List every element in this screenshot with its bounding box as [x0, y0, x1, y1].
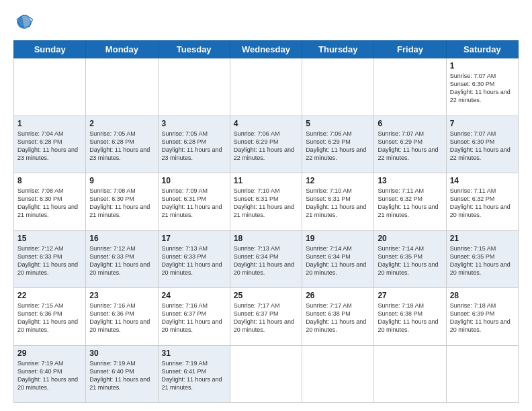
day-info: Sunrise: 7:07 AMSunset: 6:30 PMDaylight:…: [450, 72, 515, 105]
page: SundayMondayTuesdayWednesdayThursdayFrid…: [0, 0, 532, 411]
logo: [13, 12, 34, 34]
calendar-cell: 14 Sunrise: 7:11 AMSunset: 6:32 PMDaylig…: [446, 173, 518, 231]
calendar-cell: [230, 345, 302, 403]
day-info: Sunrise: 7:12 AMSunset: 6:33 PMDaylight:…: [17, 244, 82, 277]
calendar-cell: 23 Sunrise: 7:16 AMSunset: 6:36 PMDaylig…: [86, 288, 158, 346]
weekday-header: Monday: [86, 41, 158, 58]
day-info: Sunrise: 7:19 AMSunset: 6:40 PMDaylight:…: [17, 359, 82, 392]
calendar-cell: 19 Sunrise: 7:14 AMSunset: 6:34 PMDaylig…: [302, 230, 374, 288]
day-info: Sunrise: 7:06 AMSunset: 6:29 PMDaylight:…: [306, 130, 370, 163]
day-info: Sunrise: 7:08 AMSunset: 6:30 PMDaylight:…: [17, 187, 82, 220]
calendar-cell: 6 Sunrise: 7:07 AMSunset: 6:29 PMDayligh…: [374, 116, 446, 173]
day-number: 21: [450, 234, 515, 243]
calendar-cell: 7 Sunrise: 7:07 AMSunset: 6:30 PMDayligh…: [446, 116, 518, 173]
calendar-cell: 10 Sunrise: 7:09 AMSunset: 6:31 PMDaylig…: [158, 173, 230, 231]
calendar-cell: 31 Sunrise: 7:19 AMSunset: 6:41 PMDaylig…: [158, 345, 230, 403]
day-info: Sunrise: 7:09 AMSunset: 6:31 PMDaylight:…: [162, 187, 226, 220]
day-number: 30: [89, 349, 154, 358]
day-number: 5: [306, 119, 370, 128]
weekday-header: Friday: [374, 41, 446, 58]
day-info: Sunrise: 7:13 AMSunset: 6:33 PMDaylight:…: [162, 244, 226, 277]
day-number: 1: [450, 61, 515, 71]
weekday-header: Wednesday: [230, 41, 302, 58]
calendar-cell: 4 Sunrise: 7:06 AMSunset: 6:29 PMDayligh…: [230, 116, 302, 173]
day-number: 26: [306, 291, 370, 300]
day-info: Sunrise: 7:10 AMSunset: 6:31 PMDaylight:…: [306, 187, 370, 220]
calendar-cell: 11 Sunrise: 7:10 AMSunset: 6:31 PMDaylig…: [230, 173, 302, 231]
calendar-cell: 30 Sunrise: 7:19 AMSunset: 6:40 PMDaylig…: [86, 345, 158, 403]
day-number: 13: [378, 176, 442, 185]
calendar-cell: [302, 345, 374, 403]
calendar-cell: 27 Sunrise: 7:18 AMSunset: 6:38 PMDaylig…: [374, 288, 446, 346]
calendar-cell: 12 Sunrise: 7:10 AMSunset: 6:31 PMDaylig…: [302, 173, 374, 231]
day-info: Sunrise: 7:14 AMSunset: 6:34 PMDaylight:…: [306, 244, 370, 277]
day-info: Sunrise: 7:14 AMSunset: 6:35 PMDaylight:…: [378, 244, 442, 277]
day-info: Sunrise: 7:04 AMSunset: 6:28 PMDaylight:…: [17, 130, 82, 163]
calendar-cell: [374, 58, 446, 116]
day-info: Sunrise: 7:07 AMSunset: 6:30 PMDaylight:…: [450, 130, 515, 163]
calendar-cell: 22 Sunrise: 7:15 AMSunset: 6:36 PMDaylig…: [14, 288, 86, 346]
day-info: Sunrise: 7:07 AMSunset: 6:29 PMDaylight:…: [378, 130, 442, 163]
day-info: Sunrise: 7:05 AMSunset: 6:28 PMDaylight:…: [162, 130, 226, 163]
day-info: Sunrise: 7:16 AMSunset: 6:37 PMDaylight:…: [162, 302, 226, 334]
calendar-cell: 24 Sunrise: 7:16 AMSunset: 6:37 PMDaylig…: [158, 288, 230, 346]
day-info: Sunrise: 7:11 AMSunset: 6:32 PMDaylight:…: [450, 187, 515, 220]
day-info: Sunrise: 7:17 AMSunset: 6:37 PMDaylight:…: [234, 302, 298, 334]
calendar-cell: 3 Sunrise: 7:05 AMSunset: 6:28 PMDayligh…: [158, 116, 230, 173]
day-number: 9: [89, 176, 154, 185]
day-number: 14: [450, 176, 515, 185]
calendar-cell: 18 Sunrise: 7:13 AMSunset: 6:34 PMDaylig…: [230, 230, 302, 288]
calendar-cell: [158, 58, 230, 116]
calendar-cell: [14, 58, 86, 116]
day-number: 2: [89, 119, 154, 128]
calendar-cell: [86, 58, 158, 116]
day-number: 6: [378, 119, 442, 128]
day-info: Sunrise: 7:18 AMSunset: 6:38 PMDaylight:…: [378, 302, 442, 334]
day-number: 10: [162, 176, 226, 185]
day-number: 7: [450, 119, 515, 128]
calendar-cell: 16 Sunrise: 7:12 AMSunset: 6:33 PMDaylig…: [86, 230, 158, 288]
day-number: 18: [234, 234, 298, 243]
day-info: Sunrise: 7:15 AMSunset: 6:36 PMDaylight:…: [17, 302, 82, 334]
day-info: Sunrise: 7:16 AMSunset: 6:36 PMDaylight:…: [89, 302, 154, 334]
day-info: Sunrise: 7:13 AMSunset: 6:34 PMDaylight:…: [234, 244, 298, 277]
day-number: 23: [89, 291, 154, 300]
day-number: 16: [89, 234, 154, 243]
calendar-cell: 1 Sunrise: 7:07 AMSunset: 6:30 PMDayligh…: [446, 58, 518, 116]
day-number: 15: [17, 234, 82, 243]
weekday-header: Thursday: [302, 41, 374, 58]
weekday-header: Sunday: [14, 41, 86, 58]
calendar-cell: [302, 58, 374, 116]
day-info: Sunrise: 7:15 AMSunset: 6:35 PMDaylight:…: [450, 244, 515, 277]
calendar-cell: 25 Sunrise: 7:17 AMSunset: 6:37 PMDaylig…: [230, 288, 302, 346]
calendar-cell: 21 Sunrise: 7:15 AMSunset: 6:35 PMDaylig…: [446, 230, 518, 288]
day-number: 28: [450, 291, 515, 300]
calendar-cell: 2 Sunrise: 7:05 AMSunset: 6:28 PMDayligh…: [86, 116, 158, 173]
calendar-cell: 26 Sunrise: 7:17 AMSunset: 6:38 PMDaylig…: [302, 288, 374, 346]
day-info: Sunrise: 7:10 AMSunset: 6:31 PMDaylight:…: [234, 187, 298, 220]
calendar-cell: [446, 345, 518, 403]
day-number: 11: [234, 176, 298, 185]
calendar-cell: 13 Sunrise: 7:11 AMSunset: 6:32 PMDaylig…: [374, 173, 446, 231]
calendar-cell: 15 Sunrise: 7:12 AMSunset: 6:33 PMDaylig…: [14, 230, 86, 288]
day-info: Sunrise: 7:11 AMSunset: 6:32 PMDaylight:…: [378, 187, 442, 220]
day-number: 31: [162, 349, 226, 358]
day-number: 3: [162, 119, 226, 128]
day-info: Sunrise: 7:17 AMSunset: 6:38 PMDaylight:…: [306, 302, 370, 334]
calendar-cell: 9 Sunrise: 7:08 AMSunset: 6:30 PMDayligh…: [86, 173, 158, 231]
day-number: 4: [234, 119, 298, 128]
day-number: 12: [306, 176, 370, 185]
calendar-cell: [230, 58, 302, 116]
day-info: Sunrise: 7:19 AMSunset: 6:41 PMDaylight:…: [162, 359, 226, 392]
day-number: 1: [17, 119, 82, 128]
day-info: Sunrise: 7:08 AMSunset: 6:30 PMDaylight:…: [89, 187, 154, 220]
calendar-cell: [374, 345, 446, 403]
day-number: 19: [306, 234, 370, 243]
calendar-cell: 5 Sunrise: 7:06 AMSunset: 6:29 PMDayligh…: [302, 116, 374, 173]
day-number: 29: [17, 349, 82, 358]
calendar-table: SundayMondayTuesdayWednesdayThursdayFrid…: [13, 40, 519, 403]
day-info: Sunrise: 7:12 AMSunset: 6:33 PMDaylight:…: [89, 244, 154, 277]
day-info: Sunrise: 7:05 AMSunset: 6:28 PMDaylight:…: [89, 130, 154, 163]
calendar-cell: 28 Sunrise: 7:18 AMSunset: 6:39 PMDaylig…: [446, 288, 518, 346]
day-info: Sunrise: 7:06 AMSunset: 6:29 PMDaylight:…: [234, 130, 298, 163]
